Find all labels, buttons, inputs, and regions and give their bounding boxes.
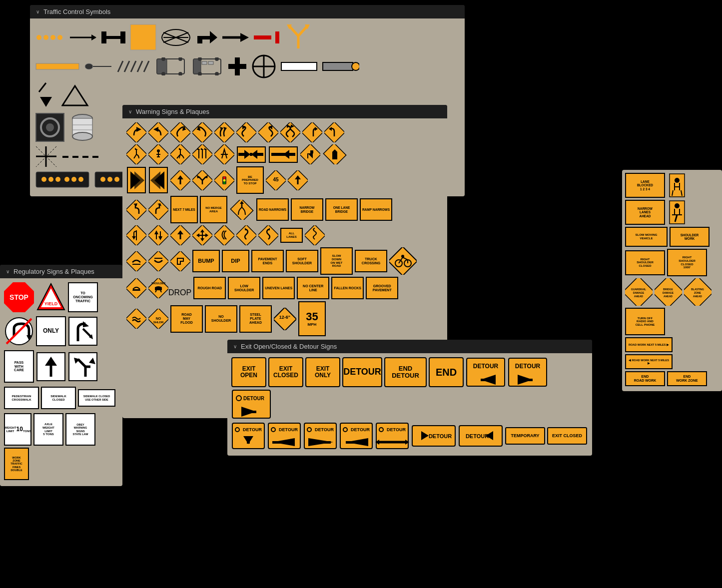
worker-dig-icon[interactable] (667, 200, 687, 225)
winding-road-sign[interactable] (305, 225, 325, 245)
white-rect-symbol[interactable] (280, 58, 318, 74)
pedestrian-sign[interactable] (148, 144, 168, 164)
led-array-symbol-1[interactable] (35, 171, 90, 188)
stop-sign[interactable]: STOP (4, 282, 34, 312)
bent-arrow-symbol[interactable] (195, 28, 217, 46)
right-shoulder-closed-sign[interactable]: RIGHTSHOULDERCLOSED (625, 250, 665, 275)
end-road-work-sign[interactable]: ENDROAD WORK (625, 371, 665, 386)
grid-symbol[interactable] (35, 145, 57, 168)
straight-arrow-symbol[interactable] (221, 30, 249, 44)
road-work-miles1-sign[interactable]: ROAD WORK NEXT 5 MILES ▶ (625, 337, 673, 352)
bike-detour-straight-sign[interactable]: DETOUR (303, 422, 337, 450)
dropdown-sign[interactable]: SHOULDERDROP (148, 278, 191, 298)
y-fork-symbol[interactable] (284, 23, 312, 51)
curve-left2-sign[interactable] (170, 122, 190, 142)
turn-sign[interactable] (324, 122, 344, 142)
split-arrow-diamond-sign[interactable] (192, 170, 212, 190)
dip-rect-sign[interactable]: DIP (222, 250, 249, 272)
flood-diamond-sign[interactable] (126, 309, 146, 329)
two-way-up-sign[interactable] (148, 225, 168, 245)
no-u-turn-sign[interactable] (4, 316, 34, 346)
regulatory-chevron[interactable]: ∨ (6, 269, 9, 274)
truck-crossing-sign[interactable]: TRUCKCROSSING (355, 250, 387, 272)
diagonal-lines-symbol[interactable] (115, 59, 150, 73)
bike-detour-left-sign[interactable]: DETOUR (267, 422, 301, 450)
end-sign[interactable]: END (429, 357, 464, 387)
only-sign[interactable]: ONLY (36, 316, 66, 346)
right-chevron-sign[interactable] (126, 166, 146, 194)
down-arrow-split-symbol[interactable] (35, 82, 57, 109)
led-arrow-symbol[interactable] (35, 32, 65, 43)
traffic-control-chevron[interactable]: ∨ (36, 9, 39, 14)
curve-left3-sign[interactable] (214, 122, 234, 142)
curve-right-sign[interactable] (148, 122, 168, 142)
sidewalk-closed-use-other-sign[interactable]: SIDEWALK CLOSEDUSE OTHER SIDE (78, 389, 115, 407)
weight-limit-sign[interactable]: WEIGHTLIMIT10TONS (4, 413, 31, 446)
uneven-lanes-sign[interactable]: UNEVEN LANES (262, 277, 295, 299)
road-work-miles2-sign[interactable]: ◀ ROAD WORK NEXT 5 MILES ▶ (625, 354, 673, 369)
cross-symbol[interactable] (227, 56, 247, 76)
bridge-damage-sign[interactable]: BRIDGE DAMAGE AHEAD (655, 278, 682, 306)
no-center-line-sign[interactable]: NO CENTER LINE (297, 277, 329, 299)
work-zone-sign[interactable]: WORKZONETRAFFICFINESDOUBLE (4, 448, 29, 480)
detour-right-arrow-sign[interactable]: DETOUR (508, 357, 548, 387)
traffic-light-diamond-sign[interactable] (214, 170, 234, 190)
left-chevron-sign[interactable] (148, 166, 168, 194)
pass-with-care-sign[interactable]: PASSWITHCARE (4, 350, 34, 383)
circle-cross-symbol[interactable] (251, 54, 276, 79)
merge-left-sign[interactable] (126, 144, 146, 164)
up-arrow-sign[interactable] (36, 352, 66, 382)
bike-detour-right-sign[interactable]: DETOUR (339, 422, 373, 450)
curve-right2-sign[interactable] (192, 122, 212, 142)
van-symbol[interactable] (191, 57, 223, 75)
exit-open-sign[interactable]: EXITOPEN (231, 357, 266, 387)
reverse-curve-left-sign[interactable] (236, 122, 256, 142)
double-line-symbol[interactable] (69, 32, 96, 43)
s-curve-right-sign[interactable] (258, 225, 278, 245)
no-merge-sign[interactable]: NO MERGE AREA (200, 196, 227, 223)
up-left-arrow-sign[interactable] (300, 144, 320, 164)
turn-off-sign[interactable]: TURN OFFRADIO ANDCELL PHONE (625, 308, 665, 335)
blasting-zone-sign[interactable]: BLASTING ZONE AHEAD (684, 278, 712, 306)
pavement-ends-sign[interactable]: PAVEMENTENDS (251, 250, 284, 272)
bump-rect-sign[interactable]: BUMP (192, 250, 220, 272)
left-arrow-rect-sign[interactable] (236, 146, 266, 163)
lane-merge-diamond-sign[interactable] (229, 200, 254, 220)
truck-symbol[interactable] (154, 57, 187, 75)
narrow-lanes-ahead-sign[interactable]: NARROWLANESAHEAD (625, 200, 665, 225)
sensor-symbol[interactable] (35, 112, 65, 142)
temporary-sign[interactable]: TEMPORARY (505, 427, 545, 445)
sharp-curve-sign[interactable] (302, 122, 322, 142)
triangle-symbol[interactable] (61, 84, 89, 107)
detour-black-right-sign[interactable]: DETOUR (458, 425, 503, 447)
turn-right-only-sign[interactable] (68, 316, 98, 346)
up-arrow-diamond3-sign[interactable] (170, 225, 190, 245)
speed-limit-diamond-sign[interactable]: 45 (266, 170, 286, 190)
wand-symbol[interactable] (84, 59, 111, 73)
ramp-narrows-sign[interactable]: RAMP NARROWS (360, 198, 392, 221)
exit-chevron[interactable]: ∨ (233, 344, 237, 349)
s-curve-left-sign[interactable] (236, 225, 256, 245)
bike-detour-down-sign[interactable]: DETOUR (231, 422, 265, 450)
slippery-car-sign[interactable] (126, 278, 146, 298)
end-detour-sign[interactable]: ENDDETOUR (384, 357, 427, 387)
end-work-zone-sign[interactable]: ENDWORK ZONE (667, 371, 707, 386)
drum-symbol[interactable] (69, 112, 96, 142)
winding-left-sign[interactable] (280, 122, 300, 142)
pedestrian-crosswalk-sign[interactable]: PEDESTRIANCROSSWALK (4, 387, 39, 409)
detour-sign[interactable]: DETOUR (342, 357, 382, 387)
multi-arrow-sign[interactable] (192, 144, 212, 164)
gate-symbol[interactable] (253, 30, 280, 44)
no-shoulder-sign[interactable]: NOSHOULDER (205, 305, 237, 333)
soft-shoulder-sign[interactable]: SOFTSHOULDER (286, 250, 318, 272)
curve-left-sign[interactable] (126, 122, 146, 142)
exit-only-sign[interactable]: EXITONLY (305, 357, 340, 387)
yield-sign[interactable]: YIELD (36, 282, 66, 312)
reverse-curve-right-sign[interactable] (258, 122, 278, 142)
next-miles-sign[interactable]: NEXT 7 MILES (170, 196, 198, 223)
ped-cross-sign[interactable] (214, 144, 234, 164)
slow-moving-vehicle-sign[interactable]: SLOW MOVINGVEHICLE (625, 227, 668, 247)
slippery-road-sign[interactable] (214, 225, 234, 245)
orange-bar-symbol[interactable] (35, 59, 80, 73)
to-oncoming-traffic-sign[interactable]: TOONCOMINGTRAFFIC (68, 282, 98, 312)
